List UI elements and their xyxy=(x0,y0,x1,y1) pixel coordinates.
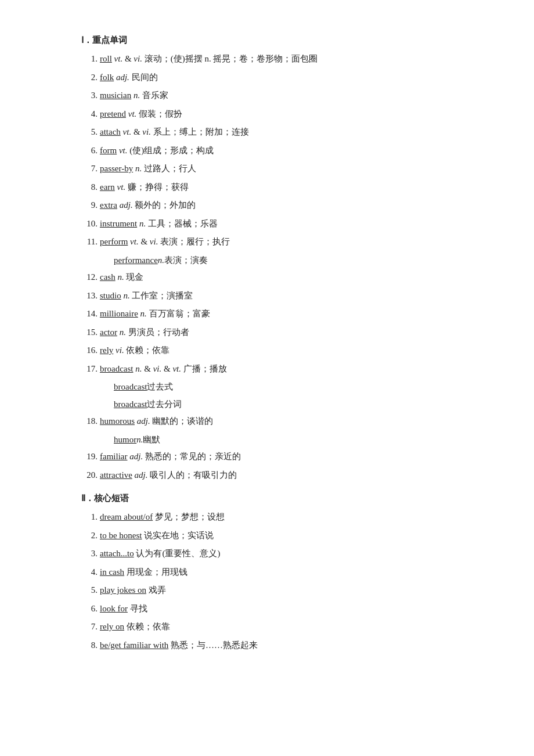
item-num: 16. xyxy=(81,343,98,358)
list-item: 8.be/get familiar with 熟悉；与……熟悉起来 xyxy=(81,638,453,653)
phrase-definition: 说实在地；实话说 xyxy=(142,531,214,540)
vocab-definition: 男演员；行动者 xyxy=(126,327,189,337)
item-content: form vt. (使)组成；形成；构成 xyxy=(100,143,453,159)
phrase-text: attach...to xyxy=(100,549,134,558)
item-content: earn vt. 赚；挣得；获得 xyxy=(100,180,453,195)
sub-word: humor xyxy=(114,433,136,448)
vocab-word: perform xyxy=(100,237,128,246)
list-item: 4.in cash 用现金；用现钱 xyxy=(81,565,453,580)
page-content: Ⅰ．重点单词 1.roll vt. & vi. 滚动；(使)摇摆 n. 摇晃；卷… xyxy=(81,35,453,653)
vocab-pos: vi. xyxy=(113,345,124,355)
phrase-text: dream about/of xyxy=(100,512,153,521)
item-num: 15. xyxy=(81,325,98,340)
item-content: to be honest 说实在地；实话说 xyxy=(100,528,453,543)
list-item: 17.broadcast n. & vi. & vt. 广播；播放 xyxy=(81,362,453,377)
list-item: 16.rely vi. 依赖；依靠 xyxy=(81,343,453,358)
item-content: rely on 依赖；依靠 xyxy=(100,620,453,635)
item-num: 1. xyxy=(81,52,98,67)
item-content: attach...to 认为有(重要性、意义) xyxy=(100,546,453,561)
phrase-definition: 用现金；用现钱 xyxy=(124,567,187,577)
vocab-pos: n. xyxy=(121,291,130,300)
phrase-definition: 戏弄 xyxy=(146,585,166,595)
vocab-definition: 假装；假扮 xyxy=(136,109,182,118)
vocab-pos: adj. xyxy=(132,470,148,480)
vocab-word: humorous xyxy=(100,416,135,426)
item-num: 3. xyxy=(81,88,98,103)
vocab-connector: & vi. & vt. xyxy=(142,364,181,373)
item-content: play jokes on 戏弄 xyxy=(100,583,453,598)
phrase-text: be/get familiar with xyxy=(100,640,168,650)
vocab-pos: vt. xyxy=(121,127,131,136)
vocab-word: attach xyxy=(100,127,121,136)
vocab-definition: 音乐家 xyxy=(140,91,168,100)
vocab-pos: adj. xyxy=(117,200,133,210)
list-item: broadcast 过去式 xyxy=(81,380,453,395)
list-item: 13.studio n. 工作室；演播室 xyxy=(81,289,453,304)
list-item: 3.attach...to 认为有(重要性、意义) xyxy=(81,546,453,561)
item-content: pretend vt. 假装；假扮 xyxy=(100,107,453,122)
item-content: attractive adj. 吸引人的；有吸引力的 xyxy=(100,468,453,483)
vocab-word: familiar xyxy=(100,452,127,461)
item-content: rely vi. 依赖；依靠 xyxy=(100,343,453,358)
phrase-text: to be honest xyxy=(100,531,142,540)
sub-pos: n. xyxy=(136,433,143,448)
sub-pos: n. xyxy=(158,253,164,268)
list-item: 3.musician n. 音乐家 xyxy=(81,88,453,103)
item-content: roll vt. & vi. 滚动；(使)摇摆 n. 摇晃；卷；卷形物；面包圈 xyxy=(100,52,453,67)
vocab-pos: n. xyxy=(137,219,146,228)
item-content: broadcast n. & vi. & vt. 广播；播放 xyxy=(100,362,453,377)
vocab-pos: n. xyxy=(133,364,142,373)
item-num: 14. xyxy=(81,307,98,322)
item-content: familiar adj. 熟悉的；常见的；亲近的 xyxy=(100,449,453,465)
item-content: millionaire n. 百万富翁；富豪 xyxy=(100,307,453,322)
vocab-pos: n. xyxy=(116,272,124,282)
phrase-definition: 依赖；依靠 xyxy=(124,622,170,631)
vocab-pos: n. xyxy=(117,327,126,337)
item-num: 5. xyxy=(81,125,98,140)
vocab-word: musician xyxy=(100,91,131,100)
item-num: 20. xyxy=(81,468,98,483)
item-content: instrument n. 工具；器械；乐器 xyxy=(100,217,453,232)
item-num: 5. xyxy=(81,583,98,598)
vocab-pos: vt. xyxy=(117,146,127,155)
item-num: 4. xyxy=(81,107,98,122)
item-content: cash n. 现金 xyxy=(100,270,453,285)
list-item: 10.instrument n. 工具；器械；乐器 xyxy=(81,217,453,232)
phrase-text: play jokes on xyxy=(100,585,146,595)
phrase-text: in cash xyxy=(100,567,124,577)
item-num: 7. xyxy=(81,620,98,635)
vocab-definition: 表演；履行；执行 xyxy=(158,237,230,246)
item-num: 13. xyxy=(81,289,98,304)
sub-word: broadcast xyxy=(114,397,147,412)
section-phrases: Ⅱ．核心短语 1.dream about/of 梦见；梦想；设想2.to be … xyxy=(81,493,453,653)
item-content: be/get familiar with 熟悉；与……熟悉起来 xyxy=(100,638,453,653)
item-num: 12. xyxy=(81,270,98,285)
item-num: 6. xyxy=(81,602,98,617)
item-content: look for 寻找 xyxy=(100,602,453,617)
vocab-definition: 广播；播放 xyxy=(181,364,227,373)
list-item: performance n. 表演；演奏 xyxy=(81,253,453,268)
section2-title: Ⅱ．核心短语 xyxy=(81,493,453,504)
vocab-definition: 系上；缚上；附加；连接 xyxy=(151,127,249,136)
list-item: 19.familiar adj. 熟悉的；常见的；亲近的 xyxy=(81,449,453,465)
item-content: musician n. 音乐家 xyxy=(100,88,453,103)
vocab-pos: vt. xyxy=(115,182,125,192)
item-num: 7. xyxy=(81,161,98,177)
item-content: studio n. 工作室；演播室 xyxy=(100,289,453,304)
item-content: perform vt. & vi. 表演；履行；执行 xyxy=(100,235,453,250)
vocab-definition: 工具；器械；乐器 xyxy=(146,219,218,228)
phrase-text: look for xyxy=(100,604,128,613)
vocab-definition: 过路人；行人 xyxy=(142,164,196,173)
list-item: 14.millionaire n. 百万富翁；富豪 xyxy=(81,307,453,322)
vocab-definition: 幽默的；谈谐的 xyxy=(150,416,214,426)
vocab-connector: & vi. xyxy=(122,54,142,63)
list-item: 11.perform vt. & vi. 表演；履行；执行 xyxy=(81,235,453,250)
vocab-definition: 赚；挣得；获得 xyxy=(125,182,189,192)
vocab-pos: n. xyxy=(131,91,140,100)
vocab-word: extra xyxy=(100,200,117,210)
item-num: 17. xyxy=(81,362,98,377)
list-item: 6.look for 寻找 xyxy=(81,602,453,617)
phrase-text: rely on xyxy=(100,622,124,631)
list-item: 6.form vt. (使)组成；形成；构成 xyxy=(81,143,453,159)
list-item: 8.earn vt. 赚；挣得；获得 xyxy=(81,180,453,195)
